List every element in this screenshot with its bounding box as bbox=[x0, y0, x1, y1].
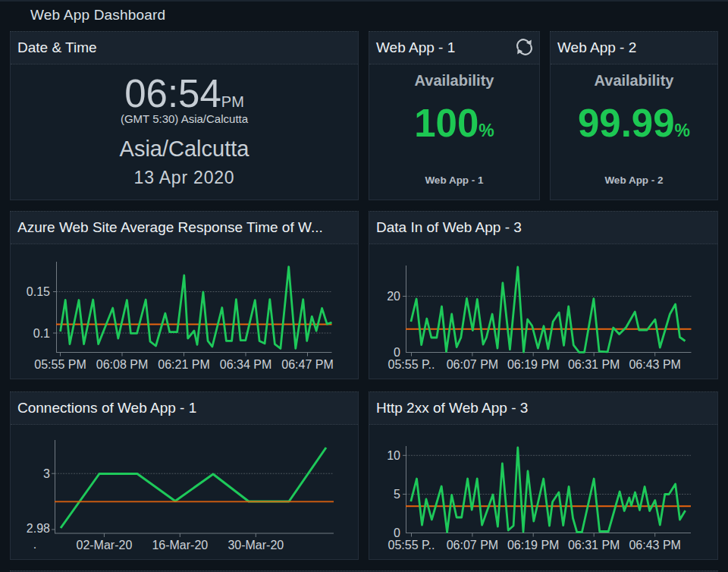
svg-text:0: 0 bbox=[394, 526, 400, 539]
svg-text:0.15: 0.15 bbox=[27, 285, 50, 298]
svg-text:0: 0 bbox=[394, 346, 400, 359]
svg-text:06:19 PM: 06:19 PM bbox=[507, 539, 559, 552]
svg-text:06:31 PM: 06:31 PM bbox=[568, 539, 620, 552]
svg-text:3: 3 bbox=[43, 467, 50, 480]
svg-text:06:43 PM: 06:43 PM bbox=[629, 358, 680, 371]
svg-text:06:08 PM: 06:08 PM bbox=[96, 358, 148, 371]
svg-text:2.98: 2.98 bbox=[27, 522, 50, 535]
svg-text:5: 5 bbox=[394, 488, 400, 501]
svg-text:02-Mar-20: 02-Mar-20 bbox=[76, 539, 132, 552]
svg-text:.: . bbox=[33, 538, 36, 551]
svg-text:06:43 PM: 06:43 PM bbox=[629, 539, 680, 552]
svg-text:06:21 PM: 06:21 PM bbox=[158, 358, 209, 371]
svg-text:05:55 P..: 05:55 P.. bbox=[388, 358, 435, 371]
svg-text:05:55 P..: 05:55 P.. bbox=[388, 539, 435, 552]
svg-text:06:19 PM: 06:19 PM bbox=[507, 358, 559, 371]
svg-text:30-Mar-20: 30-Mar-20 bbox=[228, 539, 284, 552]
svg-text:0.1: 0.1 bbox=[33, 327, 50, 340]
svg-text:20: 20 bbox=[387, 290, 400, 303]
svg-text:05:55 PM: 05:55 PM bbox=[34, 358, 86, 371]
svg-text:06:34 PM: 06:34 PM bbox=[220, 358, 271, 371]
svg-text:06:07 PM: 06:07 PM bbox=[447, 539, 498, 552]
svg-text:16-Mar-20: 16-Mar-20 bbox=[152, 539, 208, 552]
svg-text:10: 10 bbox=[387, 449, 400, 462]
svg-text:06:31 PM: 06:31 PM bbox=[568, 358, 620, 371]
svg-text:06:47 PM: 06:47 PM bbox=[281, 358, 333, 371]
svg-text:06:07 PM: 06:07 PM bbox=[447, 358, 498, 371]
